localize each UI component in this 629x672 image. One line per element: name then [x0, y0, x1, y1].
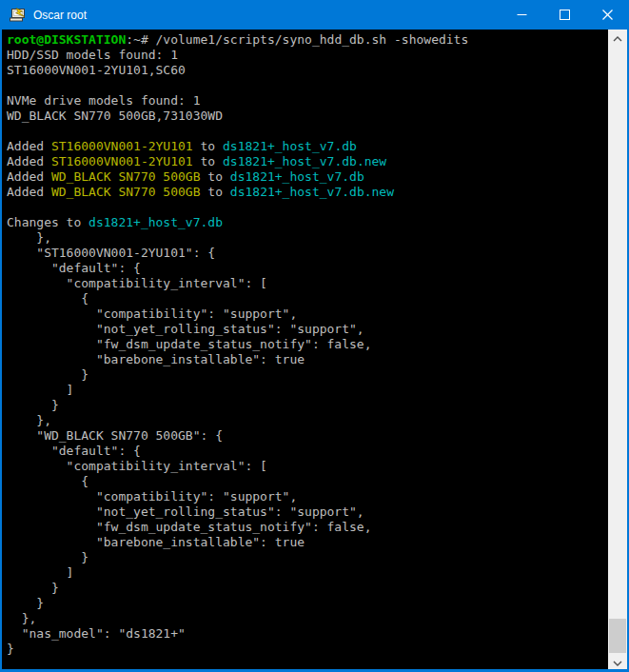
terminal-line: HDD/SSD models found: 1	[7, 48, 608, 63]
terminal-line: }	[7, 596, 608, 611]
terminal-line: "compatibility_interval": [	[7, 276, 608, 291]
terminal-line: WD_BLACK SN770 500GB,731030WD	[7, 109, 608, 124]
terminal-line: "barebone_installable": true	[7, 535, 608, 550]
terminal-line: Added ST16000VN001-2YU101 to ds1821+_hos…	[7, 154, 608, 169]
terminal-line: {	[7, 291, 608, 306]
terminal-line: }	[7, 642, 608, 657]
terminal-line: ]	[7, 383, 608, 398]
terminal-line: "nas_model": "ds1821+"	[7, 626, 608, 642]
terminal-line: Added ST16000VN001-2YU101 to ds1821+_hos…	[7, 139, 608, 154]
terminal-line: "not_yet_rolling_status": "support",	[7, 322, 608, 337]
terminal-line: },	[7, 611, 608, 626]
scrollbar-thumb[interactable]	[609, 619, 626, 653]
titlebar[interactable]: Oscar root	[0, 0, 629, 30]
terminal-line: Changes to ds1821+_host_v7.db	[7, 215, 608, 230]
terminal-line: ]	[7, 565, 608, 581]
scroll-down-button[interactable]	[608, 654, 627, 669]
window-title: Oscar root	[33, 9, 501, 22]
terminal-line: "fw_dsm_update_status_notify": false,	[7, 520, 608, 535]
putty-window: Oscar root ro	[0, 0, 629, 672]
chevron-up-icon	[613, 29, 622, 46]
terminal-line	[7, 124, 608, 139]
terminal-line	[7, 78, 608, 93]
terminal-line: "barebone_installable": true	[7, 352, 608, 367]
terminal-line: "fw_dsm_update_status_notify": false,	[7, 337, 608, 352]
terminal-line: },	[7, 230, 608, 246]
terminal-line: "WD_BLACK SN770 500GB": {	[7, 428, 608, 444]
terminal-line: }	[7, 367, 608, 383]
close-button[interactable]	[586, 0, 629, 30]
close-icon	[602, 7, 613, 24]
terminal-line: "default": {	[7, 444, 608, 459]
terminal-line: Added WD_BLACK SN770 500GB to ds1821+_ho…	[7, 169, 608, 185]
putty-app-icon[interactable]	[9, 8, 27, 23]
terminal-line: NVMe drive models found: 1	[7, 93, 608, 109]
scrollbar[interactable]	[608, 30, 627, 669]
maximize-button[interactable]	[543, 0, 586, 30]
maximize-icon	[560, 7, 570, 24]
terminal-line: "compatibility": "support",	[7, 306, 608, 322]
terminal-line: }	[7, 550, 608, 565]
terminal-output[interactable]: root@DISKSTATION:~# /volume1/scripts/syn…	[2, 30, 608, 669]
terminal-line: Added WD_BLACK SN770 500GB to ds1821+_ho…	[7, 185, 608, 200]
terminal-line: "default": {	[7, 261, 608, 276]
chevron-down-icon	[613, 653, 622, 670]
terminal-line: },	[7, 413, 608, 428]
terminal-line	[7, 200, 608, 215]
terminal-line: ST16000VN001-2YU101,SC60	[7, 63, 608, 78]
minimize-button[interactable]	[501, 0, 543, 30]
terminal-line: "not_yet_rolling_status": "support",	[7, 504, 608, 520]
terminal-line: {	[7, 474, 608, 489]
terminal-line: }	[7, 581, 608, 596]
terminal-line: "compatibility_interval": [	[7, 459, 608, 474]
window-body: root@DISKSTATION:~# /volume1/scripts/syn…	[2, 30, 627, 669]
terminal-line: root@DISKSTATION:~# /volume1/scripts/syn…	[7, 32, 608, 48]
terminal-line: "ST16000VN001-2YU101": {	[7, 246, 608, 261]
caption-buttons	[501, 0, 629, 30]
terminal-line: }	[7, 398, 608, 413]
scroll-up-button[interactable]	[608, 30, 627, 45]
terminal-line: "compatibility": "support",	[7, 489, 608, 504]
minimize-icon	[517, 7, 527, 24]
